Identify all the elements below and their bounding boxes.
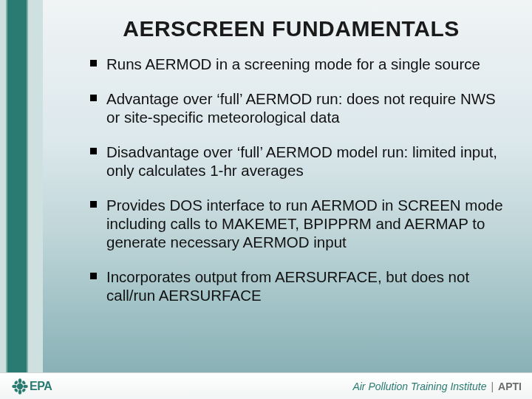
bullet-item: Disadvantage over ‘full’ AERMOD model ru… [90,143,510,180]
left-decorative-stripe [0,0,43,399]
footer-right: Air Pollution Training Institute | APTI [352,381,522,392]
epa-logo: EPA [12,378,52,395]
bullet-item: Incorporates output from AERSURFACE, but… [90,267,510,304]
epa-logo-text: EPA [30,380,52,393]
slide-content: AERSCREEN FUNDAMENTALS Runs AERMOD in a … [43,0,532,399]
stripe-curve [0,0,43,399]
svg-point-3 [12,384,16,387]
svg-point-4 [23,384,27,387]
apti-abbrev: APTI [498,381,522,392]
apti-separator: | [491,381,494,392]
bullet-list: Runs AERMOD in a screening mode for a si… [72,55,510,304]
bullet-item: Advantage over ‘full’ AERMOD run: does n… [90,89,510,126]
bullet-item: Provides DOS interface to run AERMOD in … [90,196,510,251]
svg-point-1 [18,378,21,383]
bullet-item: Runs AERMOD in a screening mode for a si… [90,55,510,73]
svg-point-0 [17,383,23,389]
svg-point-2 [18,389,21,394]
apti-full-name: Air Pollution Training Institute [352,381,486,392]
slide-title: AERSCREEN FUNDAMENTALS [72,16,510,41]
epa-flower-icon [12,378,28,395]
slide-footer: EPA Air Pollution Training Institute | A… [0,372,532,399]
